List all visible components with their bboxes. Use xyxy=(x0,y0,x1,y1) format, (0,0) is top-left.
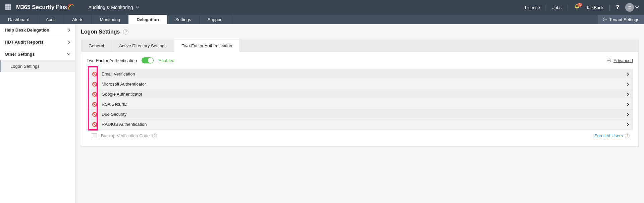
disabled-icon xyxy=(92,92,97,97)
brand-main: M365 Security xyxy=(16,4,54,11)
nav-tabs: Dashboard Audit Alerts Monitoring Delega… xyxy=(0,15,644,24)
disabled-icon xyxy=(92,102,97,107)
method-name: Microsoft Authenticator xyxy=(102,82,627,87)
tfa-toggle-row: Two-Factor Authentication Enabled Advanc… xyxy=(87,57,633,63)
chevron-right-icon[interactable] xyxy=(627,123,629,126)
nav-tab-label: Settings xyxy=(175,17,191,22)
method-row-duo-security[interactable]: Duo Security xyxy=(87,109,633,119)
subtab-general[interactable]: General xyxy=(81,40,112,52)
sidebar-subitem-label: Logon Settings xyxy=(10,64,40,69)
page-title-row: Logon Settings ? xyxy=(81,29,639,35)
nav-tab-label: Dashboard xyxy=(8,17,30,22)
gear-icon xyxy=(607,58,611,63)
avatar-icon xyxy=(625,3,634,12)
nav-tab-label: Monitoring xyxy=(100,17,120,22)
nav-tab-label: Support xyxy=(208,17,223,22)
divider xyxy=(609,4,610,10)
panel-body: Two-Factor Authentication Enabled Advanc… xyxy=(81,52,638,146)
method-row-email-verification[interactable]: Email Verification xyxy=(87,69,633,79)
license-link[interactable]: License xyxy=(525,5,540,10)
method-name: RSA SecurID xyxy=(102,102,627,107)
nav-tab-label: Delegation xyxy=(137,17,159,22)
advanced-link[interactable]: Advanced xyxy=(607,58,633,63)
sidebar-item-hdt-audit-reports[interactable]: HDT Audit Reports xyxy=(0,36,75,48)
sidebar-item-other-settings[interactable]: Other Settings xyxy=(0,48,75,60)
user-menu[interactable] xyxy=(625,3,639,12)
enrolled-users-link[interactable]: Enrolled Users xyxy=(594,133,623,138)
apps-grid-icon[interactable] xyxy=(5,4,11,10)
subtab-label: General xyxy=(89,43,104,48)
svg-point-1 xyxy=(604,19,606,20)
header-right: License Jobs 3 TalkBack ? xyxy=(525,3,639,12)
method-name: Duo Security xyxy=(102,112,627,117)
chevron-right-icon xyxy=(68,29,70,32)
tfa-label: Two-Factor Authentication xyxy=(87,58,137,63)
help-icon[interactable]: ? xyxy=(625,134,630,138)
sidebar: Help Desk Delegation HDT Audit Reports O… xyxy=(0,24,75,203)
tfa-method-list: Email Verification Microsoft Authenticat… xyxy=(87,69,633,130)
chevron-right-icon[interactable] xyxy=(627,72,629,76)
chevron-down-icon xyxy=(136,6,139,8)
tenant-settings-button[interactable]: Tenant Settings xyxy=(598,15,644,24)
method-name: Google Authenticator xyxy=(102,92,627,97)
tab-delegation[interactable]: Delegation xyxy=(128,15,167,24)
advanced-label: Advanced xyxy=(613,58,633,63)
tab-support[interactable]: Support xyxy=(200,15,231,24)
nav-tab-label: Alerts xyxy=(72,17,83,22)
disabled-icon xyxy=(92,72,97,77)
chevron-down-icon xyxy=(67,53,70,55)
tab-audit[interactable]: Audit xyxy=(38,15,64,24)
subtabs: General Active Directory Settings Two-Fa… xyxy=(81,40,638,52)
method-row-microsoft-authenticator[interactable]: Microsoft Authenticator xyxy=(87,79,633,89)
nav-tab-label: Audit xyxy=(46,17,56,22)
brand-logo[interactable]: M365 Security Plus xyxy=(16,4,75,11)
method-name: Email Verification xyxy=(102,71,627,77)
tenant-settings-label: Tenant Settings xyxy=(609,17,639,22)
tfa-toggle[interactable] xyxy=(142,57,154,63)
tab-monitoring[interactable]: Monitoring xyxy=(92,15,128,24)
chevron-right-icon[interactable] xyxy=(627,113,629,116)
chevron-right-icon xyxy=(68,41,70,44)
backup-code-checkbox[interactable] xyxy=(92,133,97,138)
help-icon[interactable]: ? xyxy=(152,134,157,138)
method-row-radius-authentication[interactable]: RADIUS Authentication xyxy=(87,119,633,130)
jobs-link[interactable]: Jobs xyxy=(552,5,561,10)
divider xyxy=(568,4,568,10)
subtab-tfa[interactable]: Two-Factor Authentication xyxy=(174,40,240,52)
svg-point-0 xyxy=(629,6,630,7)
gear-icon xyxy=(602,17,607,22)
subtab-label: Two-Factor Authentication xyxy=(182,43,232,48)
chevron-right-icon[interactable] xyxy=(627,93,629,96)
module-label: Auditing & Monitoring xyxy=(88,5,133,10)
settings-panel: General Active Directory Settings Two-Fa… xyxy=(81,40,639,147)
notifications-bell[interactable]: 3 xyxy=(574,4,580,11)
subtab-label: Active Directory Settings xyxy=(119,43,167,48)
main-content: Logon Settings ? General Active Director… xyxy=(75,24,644,203)
tab-dashboard[interactable]: Dashboard xyxy=(0,15,38,24)
disabled-icon xyxy=(92,112,97,117)
chevron-down-icon xyxy=(635,6,639,8)
method-row-google-authenticator[interactable]: Google Authenticator xyxy=(87,89,633,99)
chevron-right-icon[interactable] xyxy=(627,103,629,106)
sidebar-item-label: HDT Audit Reports xyxy=(5,40,44,45)
tab-alerts[interactable]: Alerts xyxy=(64,15,92,24)
talkback-link[interactable]: TalkBack xyxy=(586,5,603,10)
chevron-right-icon[interactable] xyxy=(627,83,629,86)
svg-point-2 xyxy=(608,60,610,61)
method-row-rsa-securid[interactable]: RSA SecurID xyxy=(87,99,633,109)
disabled-icon xyxy=(92,122,97,127)
backup-code-row: Backup Verification Code ? Enrolled User… xyxy=(87,129,633,140)
subtab-ad-settings[interactable]: Active Directory Settings xyxy=(112,40,174,52)
help-icon[interactable]: ? xyxy=(616,4,619,10)
module-dropdown[interactable]: Auditing & Monitoring xyxy=(88,5,139,10)
method-name: RADIUS Authentication xyxy=(102,122,627,127)
sidebar-subitem-logon-settings[interactable]: Logon Settings xyxy=(0,60,75,72)
sidebar-item-helpdesk-delegation[interactable]: Help Desk Delegation xyxy=(0,24,75,36)
help-icon[interactable]: ? xyxy=(123,29,128,35)
page-title: Logon Settings xyxy=(81,29,120,35)
brand-arc-icon xyxy=(67,4,75,11)
body: Help Desk Delegation HDT Audit Reports O… xyxy=(0,24,644,203)
divider xyxy=(546,4,546,10)
disabled-icon xyxy=(92,82,97,87)
tab-settings[interactable]: Settings xyxy=(167,15,200,24)
